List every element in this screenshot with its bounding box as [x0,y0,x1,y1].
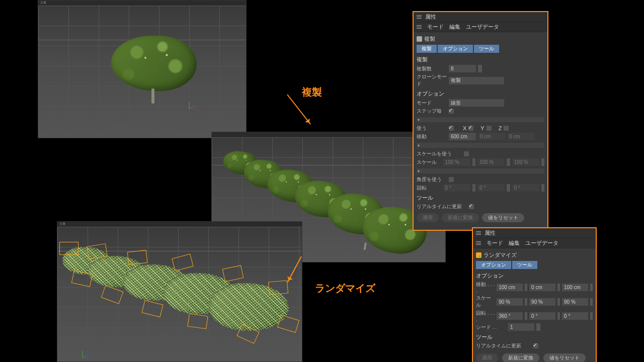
spinner-icon[interactable] [525,298,527,306]
reset-values-button[interactable]: 値をリセット [543,353,586,362]
axis-x-checkbox[interactable] [468,126,473,131]
step-label: ステップ毎 [417,108,447,115]
move-x-input[interactable] [497,284,523,291]
viewport-title: 立体 [38,1,246,6]
seed-input[interactable] [508,323,534,331]
move-label: 移動 . . . . [476,281,495,294]
tab-option[interactable]: オプション [476,261,511,269]
panel-title: 属性 [473,228,596,238]
spinner-icon[interactable] [590,284,593,291]
menu-edit[interactable]: 編集 [509,240,520,246]
menu-edit[interactable]: 編集 [449,24,460,30]
scale-x-input[interactable] [497,298,523,306]
rot-b-input[interactable] [512,184,539,192]
section-option: オプション [476,272,593,280]
realtime-label: リアルタイムに更新 [417,203,467,210]
mode-label: モード [417,100,447,107]
section-tool: ツール [417,194,544,202]
menu-userdata[interactable]: ユーザデータ [466,24,499,30]
spinner-icon[interactable] [536,323,540,331]
axis-z-label: Z [499,125,502,131]
rot-h-input[interactable] [443,184,470,192]
tab-tool[interactable]: ツール [474,45,499,53]
realtime-checkbox[interactable] [469,204,474,209]
copies-input[interactable] [449,65,476,72]
rot-label: 回転 [417,185,441,192]
spinner-icon[interactable] [478,65,482,72]
rot-use-label: 角度を使う [417,176,447,183]
spinner-icon[interactable] [541,158,544,166]
spinner-icon[interactable] [557,298,560,306]
axis-y-checkbox[interactable] [487,126,492,131]
spinner-icon[interactable] [525,312,527,320]
move-z-input[interactable] [507,133,534,140]
clonemode-select[interactable] [449,77,504,84]
rot-h-input[interactable] [497,312,523,320]
panel-icon [476,231,481,236]
menu-userdata[interactable]: ユーザデータ [525,240,558,246]
scale-x-input[interactable] [443,158,470,166]
realtime-checkbox[interactable] [533,343,538,348]
menu-mode[interactable]: モード [427,24,444,30]
spinner-icon[interactable] [557,284,560,291]
spinner-icon[interactable] [472,158,475,166]
menu-mode[interactable]: モード [487,240,503,246]
spinner-icon[interactable] [590,298,593,306]
collapse-toggle[interactable] [417,168,544,173]
axis-gizmo [182,102,196,116]
move-x-input[interactable] [449,133,476,140]
rot-p-input[interactable] [529,312,555,320]
section-duplicate: 複製 [417,56,544,63]
menu-icon [417,25,422,30]
mode-select[interactable] [449,99,504,107]
duplicate-tool-icon [417,36,422,42]
copies-label: 複製数 [417,65,447,72]
section-option: オプション [417,90,544,98]
tab-duplicate[interactable]: 複製 [417,45,437,53]
use-checkbox[interactable] [449,126,454,131]
spinner-icon[interactable] [557,312,560,320]
rot-use-checkbox[interactable] [449,177,454,182]
scale-y-input[interactable] [529,298,555,306]
spinner-icon[interactable] [525,284,527,291]
axis-y-label: Y [480,125,484,131]
move-y-input[interactable] [529,284,555,291]
object-name: 複製 [424,35,435,43]
step-checkbox[interactable] [449,109,454,114]
apply-button[interactable]: 適用 [476,353,498,362]
scale-label: スケール [476,295,495,309]
move-y-input[interactable] [478,133,505,140]
object-name: ランダマイズ [484,251,517,259]
rot-label: 回転 . . . . [476,310,495,322]
panel-title: 属性 [414,12,547,22]
move-z-input[interactable] [562,284,588,291]
scale-use-label: スケールを使う [417,150,462,157]
axis-x-label: X [463,125,466,131]
spinner-icon[interactable] [541,184,544,192]
spinner-icon[interactable] [507,184,510,192]
axis-z-checkbox[interactable] [504,126,509,131]
new-convert-button[interactable]: 新規に変換 [442,213,479,222]
rot-b-input[interactable] [562,312,588,320]
viewport-single-tree: 立体 [38,0,247,138]
scale-use-checkbox[interactable] [464,151,469,156]
collapse-toggle[interactable] [417,117,544,122]
scale-z-input[interactable] [512,158,539,166]
spinner-icon[interactable] [590,312,593,320]
collapse-toggle[interactable] [417,143,544,148]
panel-menubar: モード 編集 ユーザデータ [473,238,596,248]
panel-menubar: モード 編集 ユーザデータ [414,22,547,32]
new-convert-button[interactable]: 新規に変換 [502,353,539,362]
attributes-panel-randomize: 属性 モード 編集 ユーザデータ ランダマイズ オプション ツール オプション … [472,227,597,362]
spinner-icon[interactable] [507,158,510,166]
spinner-icon[interactable] [472,184,475,192]
scale-y-input[interactable] [477,158,505,166]
tab-tool[interactable]: ツール [512,261,537,269]
rot-p-input[interactable] [477,184,505,192]
apply-button[interactable]: 適用 [417,213,439,222]
attributes-panel-duplicate: 属性 モード 編集 ユーザデータ 複製 複製 オプション ツール 複製 複製数 … [413,11,548,231]
scale-z-input[interactable] [562,298,588,306]
tab-option[interactable]: オプション [438,45,473,53]
scale-label: スケール [417,159,441,166]
reset-values-button[interactable]: 値をリセット [482,213,524,222]
